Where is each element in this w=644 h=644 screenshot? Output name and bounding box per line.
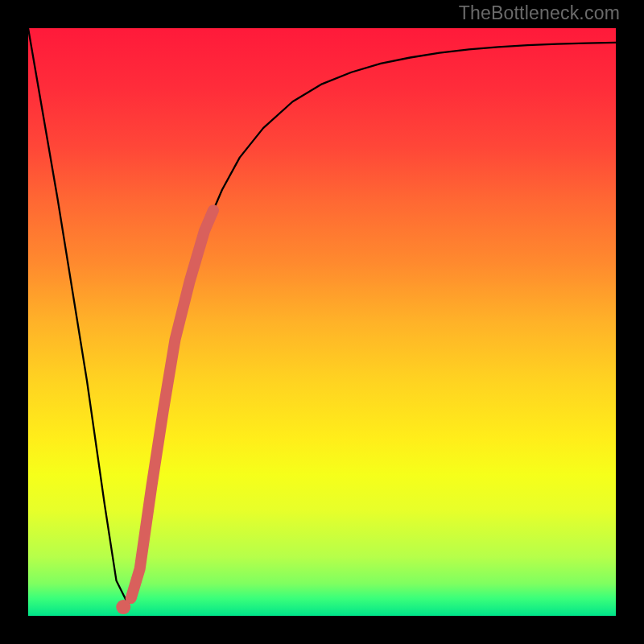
chart-frame: TheBottleneck.com	[0, 0, 644, 644]
watermark-text: TheBottleneck.com	[459, 2, 620, 24]
gradient-background	[28, 28, 616, 616]
optimum-dot	[116, 600, 130, 614]
plot-area	[28, 28, 616, 616]
chart-svg	[28, 28, 616, 616]
